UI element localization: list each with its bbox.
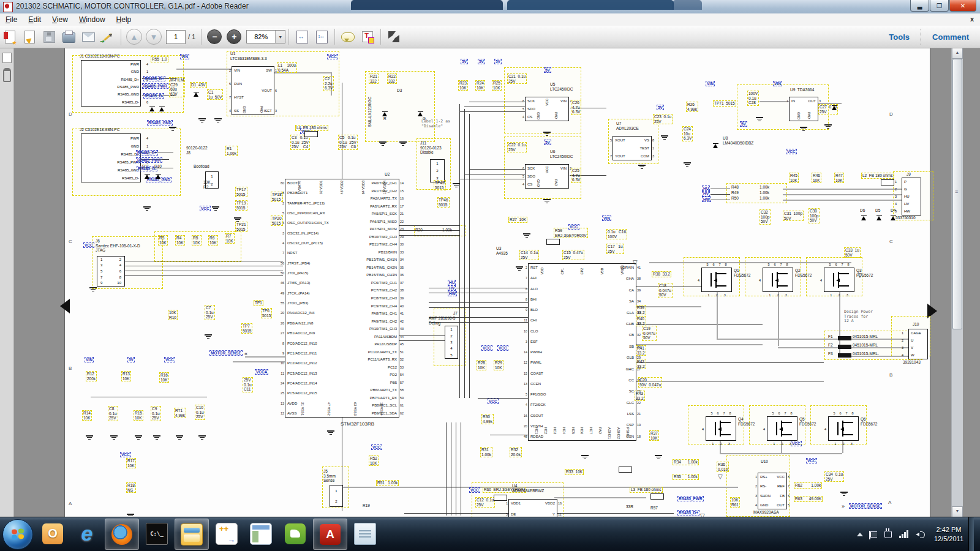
outlook-icon xyxy=(42,523,63,544)
project-icon xyxy=(216,523,238,545)
zoom-select[interactable]: 82% ▼ xyxy=(246,30,285,43)
next-view-arrow[interactable] xyxy=(927,304,937,318)
system-tray: 2:42 PM 12/5/2011 xyxy=(853,517,980,551)
save-button[interactable] xyxy=(40,28,58,45)
highlight-text-button[interactable] xyxy=(358,28,377,45)
page-thumbnails-icon[interactable] xyxy=(2,53,12,63)
taskbar-app-cmd[interactable] xyxy=(140,519,173,549)
minimize-button[interactable]: ▃ xyxy=(910,0,929,12)
taskbar-app-notepad[interactable] xyxy=(349,519,382,549)
appwin-icon xyxy=(250,523,272,545)
scroll-up-arrow[interactable]: ▲ xyxy=(952,48,963,59)
close-document-x[interactable]: x xyxy=(970,15,974,23)
volume-icon[interactable] xyxy=(916,531,925,538)
print-button[interactable] xyxy=(59,28,78,45)
taskbar-app-adobe[interactable] xyxy=(313,519,347,550)
taskbar-app-ie[interactable] xyxy=(70,519,104,549)
cmd-icon xyxy=(146,523,168,545)
document-area: ▲ ▼ xyxy=(0,48,980,517)
previous-page-button[interactable]: ▲ xyxy=(125,28,143,45)
menu-edit[interactable]: Edit xyxy=(23,13,47,25)
taskbar-app-evernote[interactable] xyxy=(279,519,312,549)
menu-view[interactable]: View xyxy=(47,13,74,25)
background-window xyxy=(507,0,674,10)
menu-bar: FileEditViewWindowHelp x xyxy=(0,13,980,26)
taskbar-app-outlook[interactable] xyxy=(36,519,69,549)
pdf-page xyxy=(65,48,930,517)
clock[interactable]: 2:42 PM 12/5/2011 xyxy=(934,525,963,544)
network-signal-icon[interactable] xyxy=(899,530,908,538)
menu-window[interactable]: Window xyxy=(74,13,111,25)
start-button[interactable] xyxy=(2,519,33,550)
explorer-icon xyxy=(181,523,203,545)
show-desktop-button[interactable] xyxy=(968,517,974,551)
background-window xyxy=(351,0,503,10)
fit-page-button[interactable] xyxy=(312,28,331,45)
scrollbar-thumb[interactable] xyxy=(952,59,962,329)
window-title: 201302 SCHMATIC, MOTOR CONTROLLER, G1A.p… xyxy=(16,2,249,10)
sign-button[interactable] xyxy=(99,28,117,45)
tray-time: 2:42 PM xyxy=(934,525,963,534)
tray-date: 12/5/2011 xyxy=(934,534,963,544)
page-total: / 1 xyxy=(188,33,195,40)
taskbar-app-firefox[interactable] xyxy=(105,519,139,550)
adobe-reader-icon xyxy=(3,2,13,12)
chevron-down-icon[interactable]: ▼ xyxy=(275,31,285,43)
close-button[interactable]: ✕ xyxy=(949,0,976,12)
comment-button[interactable]: Comment xyxy=(921,32,980,42)
fit-width-button[interactable] xyxy=(293,28,311,45)
taskbar-app-appwin[interactable] xyxy=(244,519,277,549)
title-bar: 201302 SCHMATIC, MOTOR CONTROLLER, G1A.p… xyxy=(0,0,980,14)
notepad-icon xyxy=(354,523,376,545)
zoom-out-button[interactable]: − xyxy=(205,28,224,45)
show-hidden-icons[interactable] xyxy=(857,533,863,536)
ie-icon xyxy=(77,523,97,544)
email-button[interactable] xyxy=(79,28,97,45)
previous-view-arrow[interactable] xyxy=(60,299,70,313)
action-center-flag-icon[interactable] xyxy=(870,531,877,538)
open-button[interactable] xyxy=(20,28,39,45)
zoom-in-button[interactable]: + xyxy=(225,28,243,45)
menu-help[interactable]: Help xyxy=(111,13,137,25)
create-pdf-button[interactable] xyxy=(1,28,19,45)
sticky-note-button[interactable] xyxy=(339,28,357,45)
taskbar-app-project[interactable] xyxy=(210,519,243,549)
evernote-icon xyxy=(285,523,306,544)
taskbar-app-explorer[interactable] xyxy=(175,519,209,550)
restore-button[interactable]: ❐ xyxy=(930,0,949,12)
attachments-icon[interactable] xyxy=(3,68,11,82)
page-number-input[interactable] xyxy=(166,30,186,44)
navigation-pane-strip xyxy=(0,48,14,517)
vertical-scrollbar[interactable]: ▲ ▼ xyxy=(951,48,963,517)
tools-button[interactable]: Tools xyxy=(878,32,921,42)
background-window xyxy=(673,0,702,10)
fullscreen-button[interactable] xyxy=(385,28,403,45)
menu-file[interactable]: File xyxy=(0,13,23,25)
windows-flag-icon xyxy=(12,528,24,540)
scroll-down-arrow[interactable]: ▼ xyxy=(952,506,963,517)
adobe-icon xyxy=(320,524,341,545)
zoom-value: 82% xyxy=(247,33,275,40)
toolbar: ▲ ▼ / 1 − + 82% ▼ Tools Comment xyxy=(0,26,980,48)
next-page-button[interactable]: ▼ xyxy=(145,28,163,45)
firefox-icon xyxy=(111,524,132,545)
power-icon[interactable] xyxy=(884,531,892,538)
taskbar: 2:42 PM 12/5/2011 xyxy=(0,517,980,551)
